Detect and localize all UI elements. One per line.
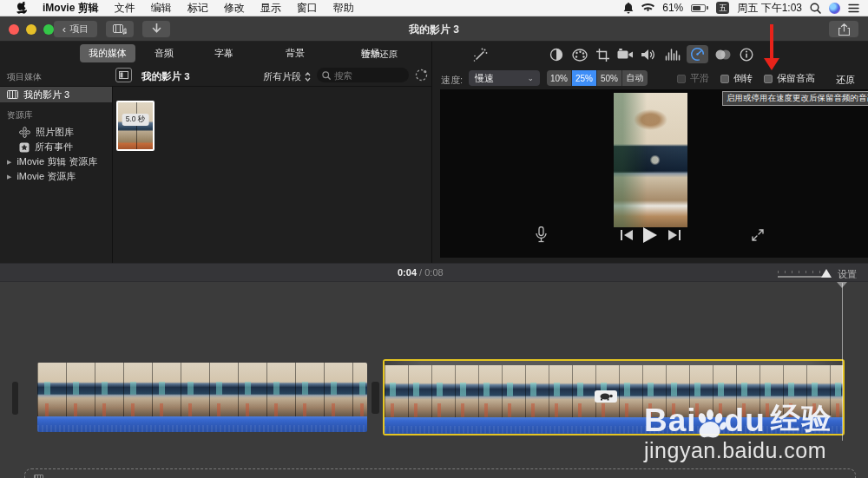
menu-item-file[interactable]: 文件 xyxy=(107,1,143,16)
zoom-window-button[interactable] xyxy=(43,24,54,35)
sidebar-item-imovie-library2[interactable]: ▶ iMovie 资源库 xyxy=(0,169,112,184)
sidebar-item-all-events[interactable]: 所有事件 xyxy=(0,140,112,154)
wifi-icon[interactable] xyxy=(641,3,654,13)
share-button[interactable] xyxy=(829,21,858,37)
tooltip: 启用或停用在速度更改后保留音频的音高 xyxy=(722,91,868,106)
noise-reduction-icon[interactable] xyxy=(664,47,681,62)
crop-icon[interactable] xyxy=(594,47,611,62)
share-icon xyxy=(838,23,850,36)
media-clip-thumbnail[interactable]: 5.0 秒 xyxy=(116,101,155,151)
apple-menu[interactable] xyxy=(9,2,35,14)
reset-all-button[interactable]: 全部还原 xyxy=(361,49,398,61)
minimize-window-button[interactable] xyxy=(26,24,36,35)
import-media-button[interactable] xyxy=(142,21,170,37)
timeline-clip-1[interactable] xyxy=(37,363,367,432)
menu-item-edit[interactable]: 编辑 xyxy=(143,1,180,16)
filters-icon[interactable] xyxy=(714,47,732,62)
clip-appearance-dial[interactable] xyxy=(414,68,429,82)
disclosure-triangle-icon[interactable]: ▶ xyxy=(7,174,11,180)
photos-flower-icon xyxy=(19,127,30,138)
main-content: 我的媒体 音频 字幕 背景 转场 项目媒体 我的影片 3 所有片段 xyxy=(0,42,868,263)
clip-filter-dropdown[interactable]: 所有片段 xyxy=(263,70,311,83)
color-correction-icon[interactable] xyxy=(571,47,589,62)
reset-button[interactable]: 还原 xyxy=(836,74,855,87)
media-browser-button[interactable] xyxy=(106,21,134,37)
timeline-header: 0:04 / 0:08 设置 xyxy=(0,263,868,282)
previous-frame-button[interactable] xyxy=(621,230,633,240)
preserve-pitch-checkbox[interactable]: 保留音高 xyxy=(764,72,815,85)
segment-auto[interactable]: 自动 xyxy=(622,70,648,86)
preserve-pitch-label: 保留音高 xyxy=(777,72,815,85)
project-media-header: 项目媒体 xyxy=(7,71,42,83)
tab-backgrounds[interactable]: 背景 xyxy=(277,44,313,62)
speed-controls: 速度: 慢速 ⌄ 10% 25% 50% 自动 平滑 倒转 保留音高 xyxy=(431,68,868,89)
clip-filmstrip xyxy=(37,363,367,416)
checkbox-icon xyxy=(764,75,773,83)
siri-icon[interactable] xyxy=(829,3,840,14)
segment-50[interactable]: 50% xyxy=(597,70,622,86)
menu-item-mark[interactable]: 标记 xyxy=(180,1,216,16)
enhance-wand-icon[interactable] xyxy=(471,47,489,62)
menu-item-app[interactable]: iMovie 剪辑 xyxy=(35,1,107,16)
disclosure-triangle-icon[interactable]: ▶ xyxy=(7,159,11,166)
back-button-label: 项目 xyxy=(69,23,89,36)
tab-audio[interactable]: 音频 xyxy=(146,44,182,62)
download-arrow-icon xyxy=(152,23,161,35)
trim-handle-left[interactable] xyxy=(12,382,18,415)
speed-tool-selected[interactable] xyxy=(687,45,708,63)
fullscreen-icon[interactable] xyxy=(751,228,765,242)
notification-bell-icon[interactable] xyxy=(623,3,634,14)
info-icon[interactable] xyxy=(738,47,755,62)
notification-center-icon[interactable] xyxy=(848,3,859,13)
checkbox-icon xyxy=(677,75,686,83)
tab-titles[interactable]: 字幕 xyxy=(206,44,242,62)
reverse-label: 倒转 xyxy=(733,72,753,85)
volume-icon[interactable] xyxy=(641,47,658,62)
timeline-drop-zone[interactable] xyxy=(24,468,856,478)
input-method-icon[interactable]: 五 xyxy=(716,2,729,14)
sidebar-item-label: 我的影片 3 xyxy=(23,88,69,101)
browser-project-title: 我的影片 3 xyxy=(141,70,190,83)
red-arrow-annotation xyxy=(770,24,773,59)
color-balance-icon[interactable] xyxy=(548,47,565,62)
timeline-settings-button[interactable]: 设置 xyxy=(838,268,857,281)
spotlight-search-icon[interactable] xyxy=(810,3,821,14)
search-input[interactable] xyxy=(334,70,395,81)
segment-10[interactable]: 10% xyxy=(547,70,572,86)
filmstrip-note-icon xyxy=(113,24,127,35)
speed-preset-dropdown[interactable]: 慢速 ⌄ xyxy=(469,70,540,86)
smooth-checkbox[interactable]: 平滑 xyxy=(677,72,709,85)
sidebar-toggle-button[interactable] xyxy=(115,68,132,82)
stabilization-camera-icon[interactable] xyxy=(616,47,634,62)
turtle-icon xyxy=(598,392,614,401)
search-field[interactable] xyxy=(317,68,409,82)
clip-duration-badge: 5.0 秒 xyxy=(122,114,149,126)
back-to-projects-button[interactable]: ‹ 项目 xyxy=(54,21,97,37)
next-frame-button[interactable] xyxy=(668,230,681,240)
menu-item-window[interactable]: 窗口 xyxy=(289,1,326,16)
menu-item-help[interactable]: 帮助 xyxy=(326,1,362,16)
zoom-slider-knob[interactable] xyxy=(821,269,832,278)
updown-chevron-icon xyxy=(305,72,311,82)
sidebar-item-imovie-library[interactable]: ▶ iMovie 剪辑 资源库 xyxy=(0,154,112,169)
play-button[interactable] xyxy=(643,227,657,243)
trim-handle-middle[interactable] xyxy=(372,382,379,414)
sidebar-item-my-movie[interactable]: 我的影片 3 xyxy=(0,87,112,102)
red-arrow-head xyxy=(764,58,779,70)
menu-item-modify[interactable]: 修改 xyxy=(216,1,253,16)
libraries-section-header: 资源库 xyxy=(0,102,112,125)
segment-25-selected[interactable]: 25% xyxy=(572,70,597,86)
reverse-checkbox[interactable]: 倒转 xyxy=(720,72,753,85)
slow-speed-badge[interactable] xyxy=(595,390,617,403)
search-icon xyxy=(322,71,331,80)
sidebar-item-photo-library[interactable]: 照片图库 xyxy=(0,125,112,140)
clip-filter-value: 所有片段 xyxy=(263,70,301,83)
menu-item-view[interactable]: 显示 xyxy=(253,1,289,16)
voiceover-mic-icon[interactable] xyxy=(536,226,547,243)
menu-clock[interactable]: 周五 下午1:03 xyxy=(737,1,802,16)
tab-my-media[interactable]: 我的媒体 xyxy=(80,44,135,62)
imovie-window: iMovie 剪辑 文件 编辑 标记 修改 显示 窗口 帮助 61% 五 周五 … xyxy=(0,0,868,478)
close-window-button[interactable] xyxy=(9,24,19,35)
speedometer-icon xyxy=(690,47,705,62)
video-preview[interactable] xyxy=(614,93,687,227)
